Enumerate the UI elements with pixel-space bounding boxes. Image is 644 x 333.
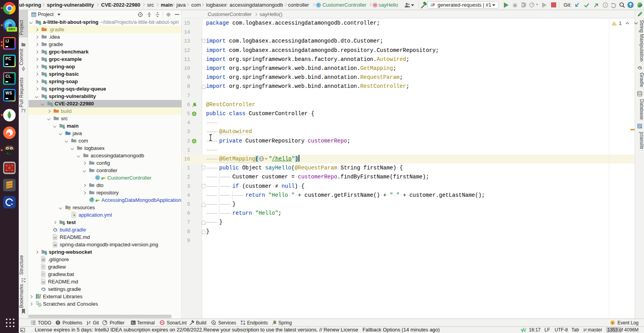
svg-text:m: m (374, 3, 377, 7)
svg-text:MD: MD (42, 281, 45, 283)
svg-text:C: C (317, 3, 320, 7)
svg-text:C: C (96, 176, 99, 180)
svg-text:MD: MD (54, 237, 57, 239)
svg-text:1: 1 (612, 321, 614, 325)
svg-text:>_: >_ (7, 151, 11, 155)
